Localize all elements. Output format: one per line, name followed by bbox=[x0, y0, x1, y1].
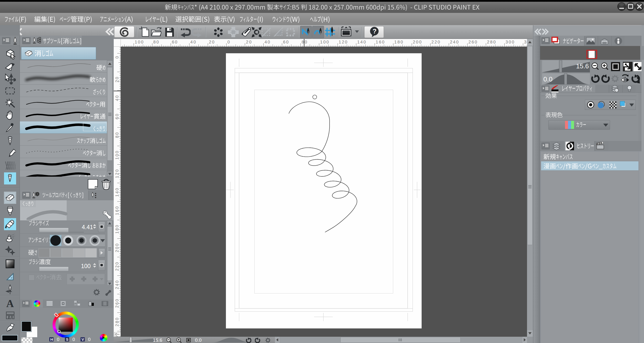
svg-text:S: S bbox=[66, 337, 68, 341]
svg-text:?: ? bbox=[373, 27, 377, 35]
svg-text:H: H bbox=[50, 337, 53, 341]
svg-text:V: V bbox=[82, 337, 84, 341]
svg-text:A: A bbox=[6, 298, 14, 309]
